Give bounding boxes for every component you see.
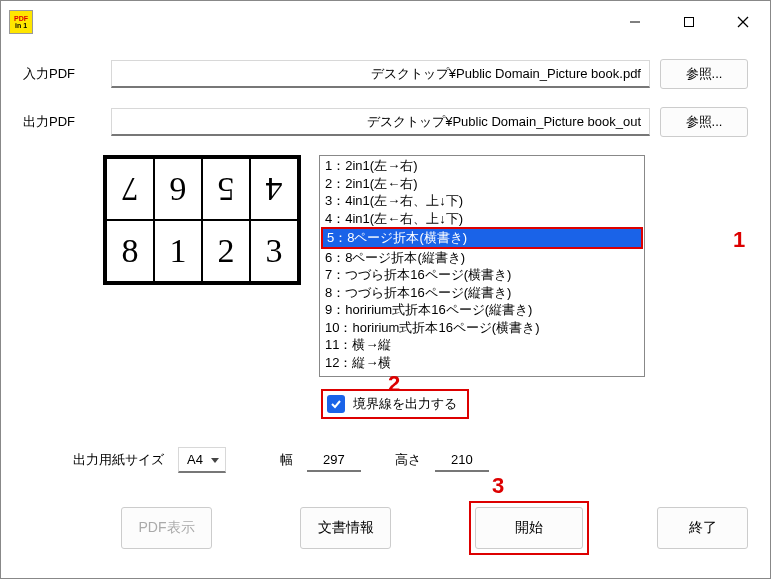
annotation-3: 3: [492, 473, 504, 499]
maximize-button[interactable]: [662, 1, 716, 43]
width-label: 幅: [280, 451, 293, 469]
paper-size-label: 出力用紙サイズ: [73, 451, 164, 469]
exit-button[interactable]: 終了: [657, 507, 748, 549]
layout-option[interactable]: 5：8ページ折本(横書き): [321, 227, 643, 249]
preview-cell: 8: [106, 220, 154, 282]
output-row: 出力PDF デスクトップ¥Public Domain_Picture book_…: [23, 107, 748, 137]
app-window: PDF in 1 入力PDF デスクトップ¥Public Domain_Pict…: [0, 0, 771, 579]
layout-option[interactable]: 4：4in1(左←右、上↓下): [321, 210, 643, 228]
preview-cell: 4: [250, 158, 298, 220]
layout-option[interactable]: 9：horirium式折本16ページ(縦書き): [321, 301, 643, 319]
doc-info-button[interactable]: 文書情報: [300, 507, 391, 549]
preview-cell: 2: [202, 220, 250, 282]
window-controls: [608, 1, 770, 43]
layout-option[interactable]: 2：2in1(左←右): [321, 175, 643, 193]
svg-rect-1: [685, 18, 694, 27]
app-icon: PDF in 1: [9, 10, 33, 34]
layout-option[interactable]: 11：横→縦: [321, 336, 643, 354]
annotation-2: 2: [388, 371, 400, 397]
pdf-preview-button[interactable]: PDF表示: [121, 507, 212, 549]
check-icon: [330, 398, 342, 410]
layout-option[interactable]: 10：horirium式折本16ページ(横書き): [321, 319, 643, 337]
layout-option[interactable]: 6：8ページ折本(縦書き): [321, 249, 643, 267]
output-path-field[interactable]: デスクトップ¥Public Domain_Picture book_out: [111, 108, 650, 136]
close-icon: [736, 15, 750, 29]
minimize-icon: [629, 16, 641, 28]
input-row: 入力PDF デスクトップ¥Public Domain_Picture book.…: [23, 59, 748, 89]
layout-option[interactable]: 7：つづら折本16ページ(横書き): [321, 266, 643, 284]
layout-option[interactable]: 12：縦→横: [321, 354, 643, 372]
output-label: 出力PDF: [23, 113, 101, 131]
preview-cell: 7: [106, 158, 154, 220]
close-button[interactable]: [716, 1, 770, 43]
width-field[interactable]: [307, 448, 361, 472]
input-browse-button[interactable]: 参照...: [660, 59, 748, 89]
border-checkbox[interactable]: [327, 395, 345, 413]
height-field[interactable]: [435, 448, 489, 472]
preview-cell: 5: [202, 158, 250, 220]
output-browse-button[interactable]: 参照...: [660, 107, 748, 137]
start-button[interactable]: 開始: [475, 507, 583, 549]
input-path-field[interactable]: デスクトップ¥Public Domain_Picture book.pdf: [111, 60, 650, 88]
button-row: 3 PDF表示 文書情報 開始 終了: [121, 501, 748, 555]
input-label: 入力PDF: [23, 65, 101, 83]
annotation-1: 1: [733, 227, 745, 253]
layout-option[interactable]: 3：4in1(左→右、上↓下): [321, 192, 643, 210]
preview-cell: 1: [154, 220, 202, 282]
start-button-highlight: 開始: [469, 501, 589, 555]
layout-option[interactable]: 1：2in1(左→右): [321, 157, 643, 175]
titlebar: PDF in 1: [1, 1, 770, 43]
maximize-icon: [683, 16, 695, 28]
height-label: 高さ: [395, 451, 421, 469]
layout-option[interactable]: 8：つづら折本16ページ(縦書き): [321, 284, 643, 302]
preview-cell: 3: [250, 220, 298, 282]
layout-listbox[interactable]: 1：2in1(左→右)2：2in1(左←右)3：4in1(左→右、上↓下)4：4…: [319, 155, 645, 377]
minimize-button[interactable]: [608, 1, 662, 43]
layout-preview: 7 6 5 4 8 1 2 3: [103, 155, 301, 285]
preview-cell: 6: [154, 158, 202, 220]
mid-row: 7 6 5 4 8 1 2 3 1：2in1(左→右)2：2in1(左←右)3：…: [103, 155, 748, 377]
paper-size-row: 出力用紙サイズ A4 幅 高さ: [73, 447, 748, 473]
content-area: 入力PDF デスクトップ¥Public Domain_Picture book.…: [1, 43, 770, 555]
paper-size-select[interactable]: A4: [178, 447, 226, 473]
border-checkbox-label: 境界線を出力する: [353, 395, 457, 413]
